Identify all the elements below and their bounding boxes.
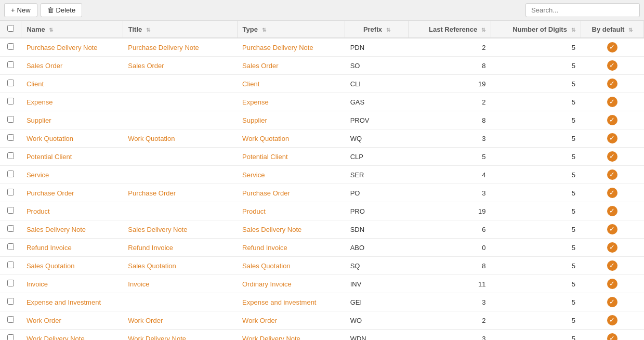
row-name[interactable]: Supplier [21, 111, 123, 129]
row-title[interactable]: Invoice [123, 275, 237, 293]
row-name[interactable]: Sales Delivery Note [21, 220, 123, 239]
header-title[interactable]: Title ⇅ [123, 21, 237, 38]
row-type[interactable]: Client [237, 75, 345, 93]
row-name[interactable]: Expense [21, 93, 123, 111]
row-checkbox-cell[interactable] [0, 311, 21, 330]
row-type-link[interactable]: Refund Invoice [242, 244, 287, 252]
row-checkbox-cell[interactable] [0, 184, 21, 202]
row-title-link[interactable]: Work Delivery Note [128, 335, 186, 341]
row-checkbox-cell[interactable] [0, 220, 21, 239]
row-type[interactable]: Potential Client [237, 148, 345, 166]
row-title[interactable]: Work Quotation [123, 129, 237, 148]
row-name-link[interactable]: Product [27, 207, 50, 215]
row-name-link[interactable]: Sales Order [27, 62, 62, 70]
row-type-link[interactable]: Work Order [242, 317, 277, 324]
row-type[interactable]: Purchase Order [237, 184, 345, 202]
row-type-link[interactable]: Expense and investment [242, 298, 316, 306]
row-name-link[interactable]: Sales Delivery Note [27, 226, 86, 233]
row-checkbox[interactable] [7, 207, 14, 214]
delete-button[interactable]: 🗑 Delete [41, 3, 83, 17]
row-checkbox-cell[interactable] [0, 93, 21, 111]
row-type-link[interactable]: Service [242, 171, 265, 179]
row-checkbox[interactable] [7, 116, 14, 123]
row-name[interactable]: Sales Quotation [21, 257, 123, 275]
row-name[interactable]: Product [21, 202, 123, 220]
row-name[interactable]: Sales Order [21, 57, 123, 75]
row-type[interactable]: Purchase Delivery Note [237, 38, 345, 57]
row-name[interactable]: Refund Invoice [21, 239, 123, 257]
row-checkbox[interactable] [7, 225, 14, 232]
row-title-link[interactable]: Sales Quotation [128, 262, 176, 270]
row-type-link[interactable]: Sales Order [242, 62, 278, 70]
row-type[interactable]: Sales Delivery Note [237, 220, 345, 239]
row-type[interactable]: Refund Invoice [237, 239, 345, 257]
row-checkbox-cell[interactable] [0, 111, 21, 129]
header-prefix[interactable]: Prefix ⇅ [345, 21, 409, 38]
row-type-link[interactable]: Potential Client [242, 153, 287, 161]
row-title[interactable]: Purchase Order [123, 184, 237, 202]
row-type-link[interactable]: Work Delivery Note [242, 335, 300, 341]
row-checkbox-cell[interactable] [0, 202, 21, 220]
row-type[interactable]: Ordinary Invoice [237, 275, 345, 293]
row-type[interactable]: Work Quotation [237, 129, 345, 148]
row-type-link[interactable]: Ordinary Invoice [242, 280, 292, 288]
row-name[interactable]: Invoice [21, 275, 123, 293]
row-checkbox[interactable] [7, 261, 14, 268]
row-title[interactable]: Sales Quotation [123, 257, 237, 275]
row-type-link[interactable]: Sales Delivery Note [242, 226, 301, 233]
row-checkbox-cell[interactable] [0, 38, 21, 57]
row-checkbox[interactable] [7, 152, 14, 159]
row-checkbox-cell[interactable] [0, 257, 21, 275]
row-checkbox-cell[interactable] [0, 75, 21, 93]
row-title-link[interactable]: Work Order [128, 317, 163, 324]
row-name-link[interactable]: Purchase Delivery Note [27, 44, 98, 51]
search-input[interactable] [525, 3, 640, 17]
row-type[interactable]: Sales Quotation [237, 257, 345, 275]
row-checkbox-cell[interactable] [0, 275, 21, 293]
row-checkbox[interactable] [7, 298, 14, 305]
row-type[interactable]: Expense and investment [237, 293, 345, 311]
row-type[interactable]: Work Order [237, 311, 345, 330]
row-type-link[interactable]: Work Quotation [242, 135, 289, 142]
row-type[interactable]: Sales Order [237, 57, 345, 75]
row-checkbox[interactable] [7, 80, 14, 86]
row-type-link[interactable]: Product [242, 207, 266, 215]
row-checkbox[interactable] [7, 43, 14, 50]
row-title[interactable]: Purchase Delivery Note [123, 38, 237, 57]
row-checkbox-cell[interactable] [0, 293, 21, 311]
row-name-link[interactable]: Invoice [27, 280, 48, 288]
row-type[interactable]: Product [237, 202, 345, 220]
row-name-link[interactable]: Sales Quotation [27, 262, 75, 270]
row-checkbox[interactable] [7, 171, 14, 177]
row-title[interactable]: Sales Delivery Note [123, 220, 237, 239]
header-name[interactable]: Name ⇅ [21, 21, 123, 38]
row-name[interactable]: Expense and Investment [21, 293, 123, 311]
row-name[interactable]: Work Delivery Note [21, 330, 123, 341]
row-name[interactable]: Work Order [21, 311, 123, 330]
header-last-reference[interactable]: Last Reference ⇅ [409, 21, 491, 38]
row-checkbox-cell[interactable] [0, 57, 21, 75]
row-type-link[interactable]: Supplier [242, 116, 267, 124]
row-title[interactable]: Work Delivery Note [123, 330, 237, 341]
row-title-link[interactable]: Invoice [128, 280, 149, 288]
row-title-link[interactable]: Purchase Delivery Note [128, 44, 199, 51]
row-checkbox[interactable] [7, 334, 14, 340]
row-title-link[interactable]: Refund Invoice [128, 244, 173, 252]
header-number-of-digits[interactable]: Number of Digits ⇅ [491, 21, 581, 38]
row-name-link[interactable]: Potential Client [27, 153, 72, 161]
row-title[interactable]: Work Order [123, 311, 237, 330]
new-button[interactable]: + New [4, 3, 37, 17]
header-type[interactable]: Type ⇅ [237, 21, 345, 38]
row-title[interactable]: Sales Order [123, 57, 237, 75]
row-checkbox-cell[interactable] [0, 129, 21, 148]
row-type[interactable]: Work Delivery Note [237, 330, 345, 341]
row-checkbox-cell[interactable] [0, 148, 21, 166]
row-title-link[interactable]: Sales Order [128, 62, 164, 70]
row-title-link[interactable]: Purchase Order [128, 189, 176, 197]
row-title-link[interactable]: Work Quotation [128, 135, 175, 142]
row-name-link[interactable]: Supplier [27, 116, 51, 124]
row-name-link[interactable]: Work Delivery Note [27, 335, 85, 341]
row-type[interactable]: Expense [237, 93, 345, 111]
row-checkbox-cell[interactable] [0, 239, 21, 257]
row-name[interactable]: Purchase Delivery Note [21, 38, 123, 57]
